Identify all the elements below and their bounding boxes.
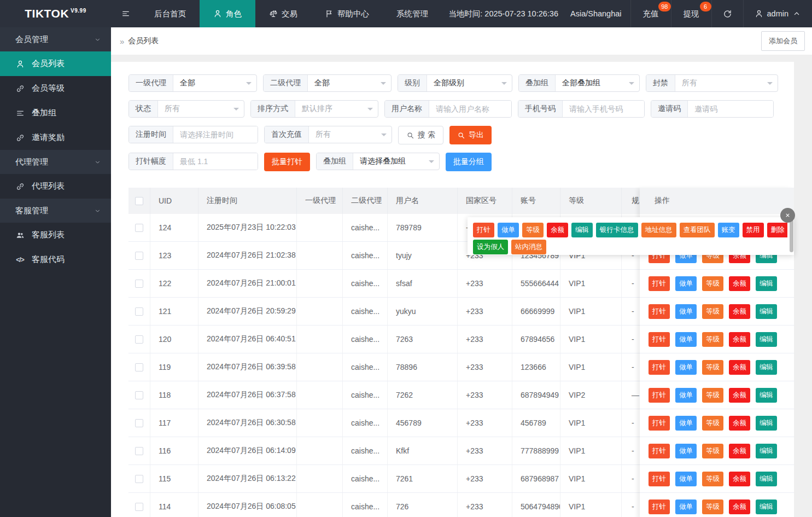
select-all-checkbox[interactable] <box>135 197 143 205</box>
balance-button[interactable]: 余额 <box>547 223 568 237</box>
edit-button[interactable]: 编辑 <box>756 499 777 514</box>
stack-group-select[interactable]: 全部叠加组 <box>556 75 639 91</box>
edit-button[interactable]: 编辑 <box>571 223 593 237</box>
level-button[interactable]: 等级 <box>702 332 723 347</box>
sidebar-item-member-level[interactable]: 会员等级 <box>0 76 111 101</box>
row-checkbox[interactable] <box>135 419 143 427</box>
add-member-button[interactable]: 添加会员 <box>761 31 805 51</box>
edit-button[interactable]: 编辑 <box>756 444 777 458</box>
sidebar-group-agent-management[interactable]: 代理管理 <box>0 150 111 174</box>
edit-button[interactable]: 编辑 <box>756 332 777 347</box>
inject-button[interactable]: 打针 <box>649 276 670 291</box>
edit-button[interactable]: 编辑 <box>756 360 777 375</box>
balance-button[interactable]: 余额 <box>729 416 750 431</box>
balance-button[interactable]: 余额 <box>729 332 750 347</box>
order-button[interactable]: 做单 <box>675 332 697 347</box>
agent2-select[interactable]: 全部 <box>308 75 391 91</box>
level-button[interactable]: 等级 <box>702 416 723 431</box>
batch-group-button[interactable]: 批量分组 <box>446 153 492 171</box>
order-button[interactable]: 做单 <box>675 472 697 486</box>
inject-button[interactable]: 打针 <box>649 388 670 403</box>
order-button[interactable]: 做单 <box>675 499 697 514</box>
phone-input[interactable] <box>563 101 644 117</box>
delete-button[interactable]: 删除 <box>767 223 788 237</box>
address-info-button[interactable]: 地址信息 <box>641 223 676 237</box>
edit-button[interactable]: 编辑 <box>756 276 777 291</box>
balance-button[interactable]: 余额 <box>729 304 750 319</box>
inject-button[interactable]: 打针 <box>649 332 670 347</box>
row-checkbox[interactable] <box>135 391 143 399</box>
search-button[interactable]: 搜 索 <box>398 126 443 144</box>
balance-button[interactable]: 余额 <box>729 276 750 291</box>
edit-button[interactable]: 编辑 <box>756 304 777 319</box>
inject-button[interactable]: 打针 <box>649 360 670 375</box>
inject-button[interactable]: 打针 <box>649 416 670 431</box>
set-fake-button[interactable]: 设为假人 <box>473 240 508 254</box>
row-checkbox[interactable] <box>135 252 143 260</box>
inject-button[interactable]: 打针 <box>649 444 670 458</box>
row-checkbox[interactable] <box>135 363 143 371</box>
row-checkbox[interactable] <box>135 447 143 455</box>
row-checkbox[interactable] <box>135 503 143 511</box>
level-button[interactable]: 等级 <box>702 499 723 514</box>
inject-button[interactable]: 打针 <box>649 472 670 486</box>
username-input[interactable] <box>429 101 511 117</box>
level-button[interactable]: 等级 <box>702 360 723 375</box>
sidebar-item-invite-reward[interactable]: 邀请奖励 <box>0 125 111 150</box>
balance-button[interactable]: 余额 <box>729 499 750 514</box>
balance-button[interactable]: 余额 <box>729 360 750 375</box>
nav-item-dashboard[interactable]: 后台首页 <box>141 0 200 27</box>
first-recharge-select[interactable]: 所有 <box>309 126 392 143</box>
nav-item-system[interactable]: 系统管理 <box>383 0 442 27</box>
level-button[interactable]: 等级 <box>702 388 723 403</box>
agent1-select[interactable]: 全部 <box>173 75 256 91</box>
order-button[interactable]: 做单 <box>675 360 697 375</box>
sidebar-item-service-list[interactable]: 客服列表 <box>0 223 111 247</box>
balance-button[interactable]: 余额 <box>729 472 750 486</box>
popup-scrollbar[interactable] <box>790 219 793 252</box>
order-button[interactable]: 做单 <box>675 388 697 403</box>
row-checkbox[interactable] <box>135 475 143 483</box>
row-checkbox[interactable] <box>135 307 143 316</box>
withdraw-link[interactable]: 提现 6 <box>671 0 711 27</box>
inject-button[interactable]: 打针 <box>649 499 670 514</box>
sidebar-group-member-management[interactable]: 会员管理 <box>0 27 111 51</box>
level-button[interactable]: 等级 <box>522 223 544 237</box>
sort-select[interactable]: 默认排序 <box>295 101 378 117</box>
nav-item-trade[interactable]: 交易 <box>255 0 311 27</box>
export-button[interactable]: 导出 <box>449 126 492 144</box>
level-button[interactable]: 等级 <box>702 304 723 319</box>
order-button[interactable]: 做单 <box>675 444 697 458</box>
user-menu[interactable]: admin <box>743 0 812 27</box>
view-team-button[interactable]: 查看团队 <box>680 223 715 237</box>
row-checkbox[interactable] <box>135 280 143 288</box>
row-checkbox[interactable] <box>135 224 143 232</box>
edit-button[interactable]: 编辑 <box>756 416 777 431</box>
balance-change-button[interactable]: 账变 <box>718 223 739 237</box>
sidebar-item-agent-list[interactable]: 代理列表 <box>0 174 111 199</box>
level-button[interactable]: 等级 <box>702 444 723 458</box>
stack-group-2-select[interactable]: 请选择叠加组 <box>353 153 439 170</box>
reg-time-input[interactable] <box>173 126 258 143</box>
site-message-button[interactable]: 站内消息 <box>511 240 546 254</box>
level-button[interactable]: 等级 <box>702 472 723 486</box>
nav-item-roles[interactable]: 角色 <box>200 0 255 27</box>
balance-button[interactable]: 余额 <box>729 388 750 403</box>
status-select[interactable]: 所有 <box>158 101 244 117</box>
sidebar-item-member-list[interactable]: 会员列表 <box>0 51 111 76</box>
level-select[interactable]: 全部级别 <box>427 75 512 91</box>
order-button[interactable]: 做单 <box>675 304 697 319</box>
order-button[interactable]: 做单 <box>498 223 519 237</box>
sidebar-group-service-management[interactable]: 客服管理 <box>0 199 111 223</box>
edit-button[interactable]: 编辑 <box>756 472 777 486</box>
order-button[interactable]: 做单 <box>675 416 697 431</box>
inject-range-input[interactable] <box>173 153 258 170</box>
balance-button[interactable]: 余额 <box>729 444 750 458</box>
level-button[interactable]: 等级 <box>702 276 723 291</box>
disable-button[interactable]: 禁用 <box>743 223 764 237</box>
bank-info-button[interactable]: 银行卡信息 <box>596 223 638 237</box>
nav-item-help[interactable]: 帮助中心 <box>311 0 383 27</box>
sidebar-toggle-button[interactable] <box>111 0 141 27</box>
edit-button[interactable]: 编辑 <box>756 388 777 403</box>
batch-inject-button[interactable]: 批量打针 <box>264 153 310 171</box>
